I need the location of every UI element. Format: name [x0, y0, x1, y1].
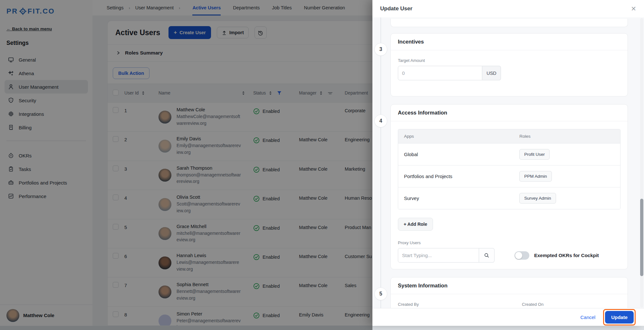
close-icon[interactable]: ✕	[631, 5, 636, 12]
incentives-heading: Incentives	[391, 34, 628, 50]
drawer-header: Update User ✕	[372, 0, 644, 17]
proxy-users-input[interactable]	[398, 248, 479, 263]
modal-dim-overlay[interactable]	[0, 0, 372, 330]
created-on-label: Created On	[522, 302, 628, 307]
step-number-4: 4	[374, 115, 387, 127]
update-user-drawer: Update User ✕ 3 4 5 Incentives Target Am…	[372, 0, 644, 326]
search-icon	[484, 253, 489, 258]
app-name: Global	[398, 146, 514, 163]
add-role-button[interactable]: + Add Role	[398, 218, 433, 231]
toggle-knob	[515, 252, 522, 259]
apps-roles-body: Global Profit User Portfolios and Projec…	[398, 143, 620, 209]
drawer-scrollbar-track[interactable]	[640, 18, 643, 307]
apps-column-header: Apps	[398, 129, 514, 143]
role-chip[interactable]: Profit User	[519, 149, 550, 160]
system-information-heading: System Information	[391, 277, 628, 294]
exempted-okrs-label: Exempted OKRs for Cockpit	[534, 253, 599, 258]
roles-column-header: Roles	[514, 129, 620, 143]
drawer-scrollbar-thumb[interactable]	[640, 199, 643, 276]
exempted-okrs-toggle[interactable]	[514, 251, 529, 260]
drawer-footer: Cancel Update	[372, 308, 644, 326]
incentives-section: Incentives Target Amount USD	[390, 33, 628, 96]
access-information-section: Access Information Apps Roles Global Pro…	[390, 104, 628, 269]
currency-suffix: USD	[482, 66, 501, 80]
role-row: Portfolios and Projects PPM Admin	[398, 165, 620, 187]
role-chip[interactable]: PPM Admin	[519, 171, 552, 182]
app-root: PR FIT.CO ← Back to main menu Settings G…	[0, 0, 644, 330]
step-number-5: 5	[374, 287, 387, 300]
system-information-section: System Information Created By Created On	[390, 277, 628, 308]
created-by-label: Created By	[398, 302, 509, 307]
search-button[interactable]	[479, 248, 495, 263]
cancel-button[interactable]: Cancel	[580, 315, 595, 320]
drawer-title: Update User	[380, 5, 412, 12]
apps-roles-header: Apps Roles	[398, 129, 620, 143]
drawer-body: 3 4 5 Incentives Target Amount USD	[372, 17, 644, 308]
role-chip[interactable]: Survey Admin	[519, 193, 556, 204]
target-amount-input[interactable]	[398, 66, 482, 80]
step-number-3: 3	[374, 43, 387, 56]
app-name: Survey	[398, 190, 514, 206]
proxy-users-label: Proxy Users	[398, 240, 620, 245]
apps-roles-table: Apps Roles Global Profit User Portfolios…	[398, 129, 620, 209]
drawer-cards: Incentives Target Amount USD Access Info…	[390, 19, 628, 308]
update-button[interactable]: Update	[605, 311, 634, 324]
app-name: Portfolios and Projects	[398, 168, 514, 185]
previous-section-card-edge	[390, 19, 628, 27]
role-row: Survey Survey Admin	[398, 187, 620, 209]
access-information-heading: Access Information	[391, 105, 628, 121]
target-amount-label: Target Amount	[398, 58, 620, 63]
role-row: Global Profit User	[398, 143, 620, 165]
step-rail	[380, 17, 381, 308]
